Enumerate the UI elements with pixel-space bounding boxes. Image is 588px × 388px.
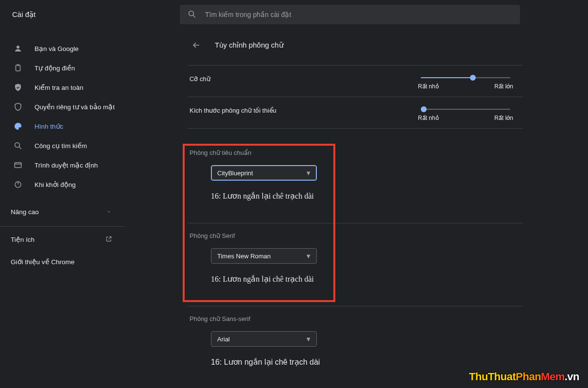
external-link-icon	[105, 236, 112, 244]
svg-point-7	[18, 124, 19, 125]
min-font-size-slider[interactable]	[421, 109, 510, 110]
svg-point-5	[16, 125, 17, 126]
slider-min-label: Rất nhỏ	[418, 115, 439, 121]
slider-max-label: Rất lớn	[494, 115, 513, 121]
font-size-card: Cỡ chữ Rất nhỏ Rất lớn Kích thước phông	[188, 65, 523, 129]
sidebar-item-label: Công cụ tìm kiếm	[35, 142, 87, 150]
svg-rect-11	[15, 163, 21, 168]
sidebar-about-chrome[interactable]: Giới thiệu về Chrome	[0, 252, 124, 271]
serif-font-section: Phông chữ Serif Times New Roman ▼ 16: Lư…	[188, 223, 523, 294]
svg-rect-4	[17, 65, 19, 66]
page-header: Tùy chỉnh phông chữ	[188, 29, 523, 61]
chevron-down-icon: ▼	[305, 253, 311, 260]
person-icon	[13, 44, 23, 53]
sidebar-item-you-and-google[interactable]: Bạn và Google	[0, 39, 124, 58]
search-box[interactable]	[180, 5, 520, 24]
svg-point-2	[17, 46, 19, 49]
select-value: Times New Roman	[217, 253, 271, 260]
sidebar-extensions-link[interactable]: Tiện ích	[0, 230, 124, 249]
power-icon	[13, 180, 23, 189]
sidebar-item-safety-check[interactable]: Kiểm tra an toàn	[0, 78, 124, 97]
sidebar-item-label: Trình duyệt mặc định	[35, 161, 98, 169]
sidebar-item-label: Quyền riêng tư và bảo mật	[35, 103, 115, 111]
shield-icon	[13, 102, 23, 112]
sans-font-sample: 16: Lươn ngắn lại chê trạch dài	[211, 357, 523, 367]
clipboard-icon	[13, 63, 23, 73]
svg-point-8	[19, 125, 20, 126]
about-label: Giới thiệu về Chrome	[11, 258, 74, 266]
svg-line-1	[193, 15, 195, 17]
chevron-down-icon	[106, 208, 111, 216]
sidebar: Bạn và Google Tự động điền Kiểm tra an t…	[0, 29, 124, 388]
sidebar-item-on-startup[interactable]: Khi khởi động	[0, 175, 124, 194]
select-value: Arial	[217, 336, 230, 343]
search-input[interactable]	[205, 11, 512, 18]
serif-font-sample: 16: Lươn ngắn lại chê trạch dài	[211, 274, 523, 284]
sidebar-item-label: Kiểm tra an toàn	[35, 84, 84, 91]
standard-font-select[interactable]: CityBlueprint ▼	[211, 165, 317, 181]
slider-min-label: Rất nhỏ	[418, 83, 439, 90]
slider-max-label: Rất lớn	[494, 83, 513, 90]
sans-font-select[interactable]: Arial ▼	[211, 331, 317, 347]
extensions-label: Tiện ích	[11, 236, 35, 243]
svg-point-0	[189, 11, 194, 16]
font-size-label: Cỡ chữ	[190, 74, 210, 83]
title-area: Cài đặt	[0, 10, 174, 19]
chevron-down-icon: ▼	[305, 169, 311, 177]
svg-point-6	[17, 124, 18, 125]
sidebar-item-label: Bạn và Google	[35, 45, 79, 52]
slider-thumb[interactable]	[421, 106, 427, 112]
advanced-label: Nâng cao	[11, 208, 39, 216]
search-wrap	[174, 5, 588, 24]
sidebar-item-label: Hình thức	[35, 122, 63, 130]
sidebar-advanced-toggle[interactable]: Nâng cao	[0, 200, 124, 223]
serif-font-select[interactable]: Times New Roman ▼	[211, 248, 317, 264]
standard-font-sample: 16: Lươn ngắn lại chê trạch dài	[211, 191, 523, 201]
page-title: Tùy chỉnh phông chữ	[215, 41, 284, 50]
sidebar-item-label: Khi khởi động	[35, 181, 76, 188]
magnifier-icon	[13, 141, 23, 151]
check-shield-icon	[13, 83, 23, 92]
sidebar-item-search-engine[interactable]: Công cụ tìm kiếm	[0, 136, 124, 155]
min-font-size-row: Kích thước phông chữ tối thiểu Rất nhỏ R…	[188, 97, 523, 128]
svg-point-9	[15, 143, 20, 148]
sidebar-item-default-browser[interactable]: Trình duyệt mặc định	[0, 155, 124, 175]
chevron-down-icon: ▼	[305, 336, 311, 343]
sidebar-item-privacy[interactable]: Quyền riêng tư và bảo mật	[0, 97, 124, 117]
standard-font-section: Phông chữ tiêu chuẩn CityBlueprint ▼ 16:…	[188, 140, 523, 211]
svg-line-10	[19, 147, 21, 149]
top-bar: Cài đặt	[0, 0, 588, 29]
min-font-size-label: Kích thước phông chữ tối thiểu	[190, 106, 277, 114]
back-button[interactable]	[188, 36, 205, 54]
sidebar-item-appearance[interactable]: Hình thức	[0, 117, 124, 136]
main-content: Tùy chỉnh phông chữ Cỡ chữ Rất nhỏ Rất l…	[188, 29, 523, 388]
svg-rect-3	[16, 65, 20, 71]
browser-icon	[13, 160, 23, 170]
search-icon	[188, 10, 196, 20]
divider	[0, 226, 124, 227]
font-size-slider[interactable]	[421, 77, 510, 78]
sidebar-item-label: Tự động điền	[35, 64, 75, 72]
slider-thumb[interactable]	[470, 75, 476, 81]
font-size-row: Cỡ chữ Rất nhỏ Rất lớn	[188, 66, 523, 97]
arrow-left-icon	[191, 40, 201, 50]
app-title: Cài đặt	[12, 10, 174, 19]
standard-font-label: Phông chữ tiêu chuẩn	[188, 140, 523, 165]
serif-font-label: Phông chữ Serif	[188, 223, 523, 248]
sidebar-item-autofill[interactable]: Tự động điền	[0, 58, 124, 78]
sans-font-section: Phông chữ Sans-serif Arial ▼ 16: Lươn ng…	[188, 306, 523, 377]
palette-icon	[13, 121, 23, 131]
select-value: CityBlueprint	[217, 169, 253, 177]
sans-font-label: Phông chữ Sans-serif	[188, 306, 523, 331]
